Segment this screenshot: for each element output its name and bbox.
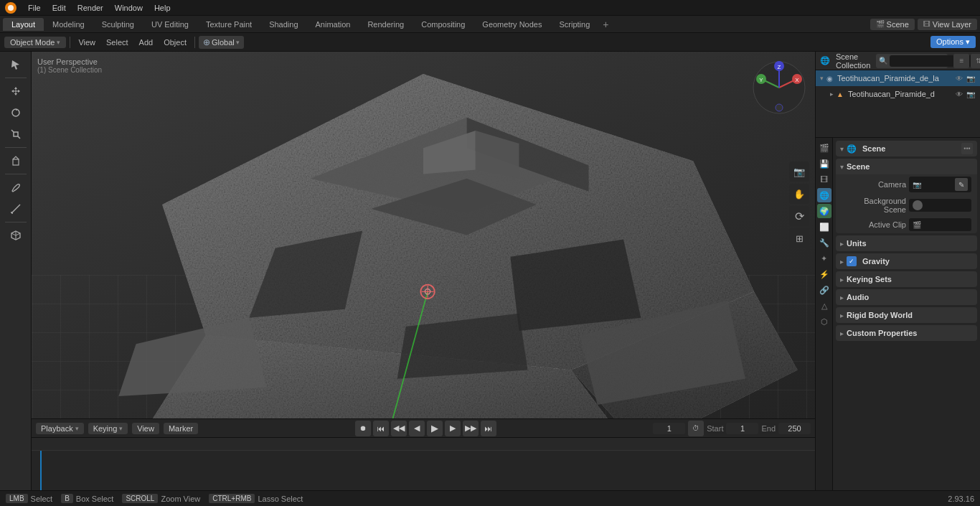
- header-select[interactable]: Select: [102, 37, 133, 48]
- toolbar-measure[interactable]: [4, 199, 28, 219]
- skip-start-button[interactable]: ⏮: [373, 421, 389, 436]
- tab-sculpting[interactable]: Sculpting: [93, 18, 143, 31]
- status-select[interactable]: LMB Select: [6, 494, 52, 503]
- status-box-select[interactable]: B Box Select: [61, 494, 113, 503]
- prop-constraints-icon[interactable]: 🔗: [817, 283, 831, 297]
- header-view[interactable]: View: [74, 37, 100, 48]
- toolbar-rotate[interactable]: [4, 103, 28, 123]
- frame-info-button[interactable]: ⏱: [688, 421, 704, 436]
- menu-help[interactable]: Help: [149, 2, 176, 14]
- prop-world-icon[interactable]: 🌍: [817, 204, 831, 218]
- outliner-item-1[interactable]: ▸ ▲ Teotihuacan_Piramide_d 👁 📷: [816, 86, 980, 102]
- gravity-checkbox[interactable]: ✓: [847, 256, 857, 266]
- expand-arrow-1[interactable]: ▸: [830, 90, 834, 98]
- prop-data-icon[interactable]: △: [817, 299, 831, 313]
- play-button[interactable]: ▶: [427, 421, 443, 436]
- header-add[interactable]: Add: [135, 37, 158, 48]
- prop-output-icon[interactable]: 💾: [817, 156, 831, 171]
- outliner-sort[interactable]: ⇅: [971, 54, 980, 68]
- camera-value[interactable]: 📷 ✎: [909, 177, 971, 192]
- section-menu-btn[interactable]: •••: [961, 143, 973, 154]
- prop-physics-icon[interactable]: ⚡: [817, 267, 831, 281]
- menu-edit[interactable]: Edit: [47, 2, 71, 14]
- clip-field[interactable]: [924, 220, 968, 230]
- hide-icon-0[interactable]: 👁: [954, 73, 964, 83]
- timeline-body[interactable]: 1 50 100 150 200 250: [32, 438, 815, 490]
- tab-shading[interactable]: Shading: [260, 18, 306, 31]
- prop-subsection-rigid-body-header[interactable]: ▸ Rigid Body World: [836, 307, 977, 323]
- prop-subsection-keying-header[interactable]: ▸ Keying Sets: [836, 271, 977, 287]
- prop-subsection-audio-header[interactable]: ▸ Audio: [836, 289, 977, 305]
- prop-render-icon[interactable]: 🎬: [817, 141, 831, 155]
- toolbar-scale[interactable]: [4, 124, 28, 144]
- skip-end-button[interactable]: ⏭: [481, 421, 496, 436]
- prop-subsection-gravity-header[interactable]: ▸ ✓ Gravity: [836, 253, 977, 269]
- nav-gizmo[interactable]: X Y Z: [750, 59, 808, 116]
- tab-scripting[interactable]: Scripting: [550, 18, 598, 31]
- scene-selector[interactable]: 🎬 Scene: [870, 19, 915, 30]
- outliner-item-0[interactable]: ▾ ◉ Teotihuacan_Piramide_de_la 👁 📷: [816, 70, 980, 86]
- options-button[interactable]: Options ▾: [930, 36, 976, 48]
- prop-subsection-scene-header[interactable]: ▾ Scene: [836, 159, 977, 174]
- prop-subsection-custom-props-header[interactable]: ▸ Custom Properties: [836, 325, 977, 341]
- view-layer-selector[interactable]: 🎞 View Layer: [918, 19, 977, 30]
- camera-picker[interactable]: ✎: [955, 178, 968, 191]
- object-mode-selector[interactable]: Object Mode ▾: [4, 37, 66, 48]
- vp-tool-hand[interactable]: ✋: [789, 184, 809, 204]
- tab-rendering[interactable]: Rendering: [359, 18, 413, 31]
- menu-window[interactable]: Window: [110, 2, 148, 14]
- tab-texture-paint[interactable]: Texture Paint: [197, 18, 260, 31]
- toolbar-move[interactable]: [4, 81, 28, 101]
- tab-modeling[interactable]: Modeling: [44, 18, 93, 31]
- tab-layout[interactable]: Layout: [3, 18, 44, 31]
- start-frame-input[interactable]: 1: [726, 423, 758, 434]
- prop-object-icon[interactable]: ⬜: [817, 220, 831, 234]
- toolbar-transform[interactable]: [4, 151, 28, 171]
- status-zoom-view[interactable]: SCROLL Zoom View: [122, 494, 200, 503]
- toolbar-add-cube[interactable]: [4, 225, 28, 245]
- render-icon-1[interactable]: 📷: [966, 89, 976, 99]
- timeline-track[interactable]: [32, 451, 815, 490]
- expand-arrow-0[interactable]: ▾: [820, 75, 824, 82]
- marker-menu[interactable]: Marker: [164, 423, 198, 434]
- toolbar-annotate[interactable]: [4, 177, 28, 197]
- outliner-search-container[interactable]: 🔍: [876, 54, 948, 68]
- toolbar-select[interactable]: [4, 55, 28, 75]
- vp-tool-grid[interactable]: ⊞: [789, 228, 809, 248]
- menu-file[interactable]: File: [23, 2, 46, 14]
- prev-frame-button[interactable]: ◀: [409, 421, 425, 436]
- prop-view-layer-icon[interactable]: 🎞: [817, 172, 831, 187]
- next-frame-button[interactable]: ▶: [445, 421, 461, 436]
- tab-geometry-nodes[interactable]: Geometry Nodes: [473, 18, 550, 31]
- tab-uv-editing[interactable]: UV Editing: [143, 18, 197, 31]
- current-frame-input[interactable]: 1: [653, 423, 685, 434]
- prop-particles-icon[interactable]: ✦: [817, 251, 831, 266]
- camera-field[interactable]: [924, 179, 955, 189]
- end-frame-input[interactable]: 250: [778, 423, 811, 434]
- active-clip-value[interactable]: 🎬: [909, 218, 971, 231]
- prop-modifier-icon[interactable]: 🔧: [817, 235, 831, 250]
- outliner-filter[interactable]: ≡: [953, 54, 969, 68]
- next-keyframe-button[interactable]: ▶▶: [463, 421, 479, 436]
- bg-scene-value[interactable]: [909, 199, 971, 212]
- prev-keyframe-button[interactable]: ◀◀: [391, 421, 407, 436]
- prop-section-scene-header[interactable]: ▾ 🌐 Scene •••: [836, 141, 977, 156]
- hide-icon-1[interactable]: 👁: [954, 89, 964, 99]
- viewport-canvas[interactable]: User Perspective (1) Scene Collection X: [32, 52, 815, 418]
- render-icon-0[interactable]: 📷: [966, 73, 976, 83]
- add-workspace-button[interactable]: +: [598, 17, 613, 32]
- header-object[interactable]: Object: [159, 37, 191, 48]
- vp-tool-orbit[interactable]: ⟳: [789, 206, 809, 226]
- view-menu[interactable]: View: [132, 423, 159, 434]
- tab-animation[interactable]: Animation: [307, 18, 359, 31]
- menu-render[interactable]: Render: [72, 2, 108, 14]
- properties-content[interactable]: ▾ 🌐 Scene ••• ▾ Scene: [833, 138, 980, 490]
- prop-material-icon[interactable]: ⬡: [817, 314, 831, 329]
- vp-tool-camera[interactable]: 📷: [789, 161, 809, 182]
- playback-menu[interactable]: Playback ▾: [36, 423, 84, 434]
- prop-subsection-units-header[interactable]: ▸ Units: [836, 235, 977, 251]
- transform-selector[interactable]: ⊕ Global ▾: [199, 36, 244, 49]
- record-button[interactable]: ⏺: [355, 421, 371, 436]
- keying-menu[interactable]: Keying ▾: [88, 423, 128, 434]
- prop-scene-icon[interactable]: 🌐: [817, 188, 831, 202]
